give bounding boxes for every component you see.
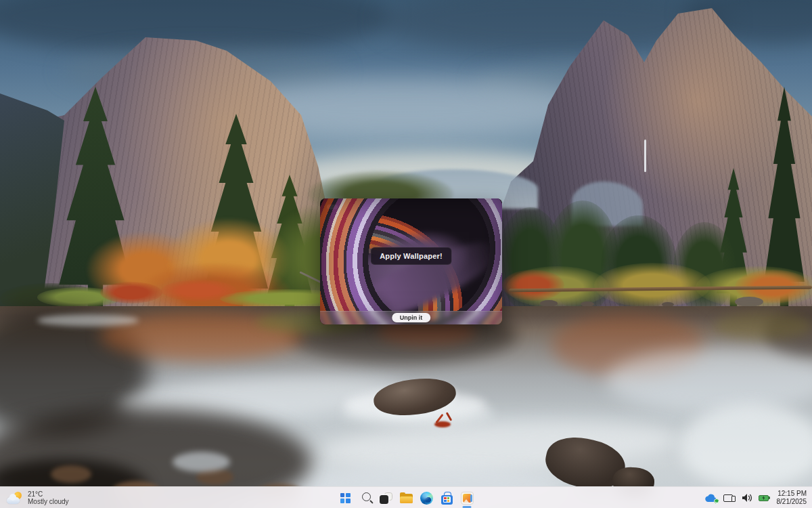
network-button[interactable] bbox=[723, 494, 736, 502]
onedrive-status-button[interactable] bbox=[705, 494, 717, 503]
task-view-icon bbox=[380, 492, 392, 504]
battery-charging-icon bbox=[759, 495, 769, 501]
speaker-icon bbox=[742, 493, 752, 503]
ethernet-monitor-icon bbox=[723, 494, 733, 502]
taskbar: 21°C Mostly cloudy bbox=[0, 486, 812, 508]
search-icon bbox=[362, 492, 371, 501]
weather-temperature: 21°C bbox=[28, 490, 69, 499]
task-view-button[interactable] bbox=[376, 487, 396, 508]
wallpaper-waterfall bbox=[644, 140, 646, 172]
clock[interactable]: 12:15 PM 8/21/2025 bbox=[777, 490, 807, 506]
weather-condition: Mostly cloudy bbox=[28, 498, 69, 506]
store-button[interactable] bbox=[436, 487, 457, 508]
photos-image-icon bbox=[461, 492, 474, 505]
file-explorer-button[interactable] bbox=[396, 487, 416, 508]
edge-button[interactable] bbox=[416, 487, 436, 508]
clock-time: 12:15 PM bbox=[777, 490, 807, 498]
clock-date: 8/21/2025 bbox=[777, 498, 807, 506]
dialog-watermark bbox=[327, 205, 338, 209]
partly-cloudy-icon bbox=[7, 492, 23, 504]
apply-wallpaper-button[interactable]: Apply Wallpaper! bbox=[370, 247, 452, 265]
desktop: Apply Wallpaper! Unpin it 21°C Mostly cl… bbox=[0, 0, 812, 508]
edge-browser-icon bbox=[420, 492, 433, 505]
weather-widget[interactable]: 21°C Mostly cloudy bbox=[7, 487, 69, 508]
windows-logo-icon bbox=[340, 493, 351, 503]
unpin-button[interactable]: Unpin it bbox=[392, 313, 431, 322]
folder-icon bbox=[400, 492, 413, 503]
battery-button[interactable] bbox=[759, 495, 769, 501]
wallpaper-river bbox=[0, 306, 812, 508]
search-button[interactable] bbox=[355, 487, 376, 508]
photos-button[interactable] bbox=[457, 487, 477, 508]
sync-complete-check-icon bbox=[714, 499, 719, 504]
start-button[interactable] bbox=[335, 487, 355, 508]
weather-text: 21°C Mostly cloudy bbox=[28, 490, 69, 506]
active-app-indicator bbox=[463, 506, 472, 508]
system-tray: 12:15 PM 8/21/2025 bbox=[705, 487, 807, 508]
volume-button[interactable] bbox=[742, 493, 752, 503]
store-bag-icon bbox=[441, 495, 453, 505]
wallpaper-preview-dialog: Apply Wallpaper! Unpin it bbox=[320, 198, 502, 324]
taskbar-center-icons bbox=[335, 487, 477, 508]
